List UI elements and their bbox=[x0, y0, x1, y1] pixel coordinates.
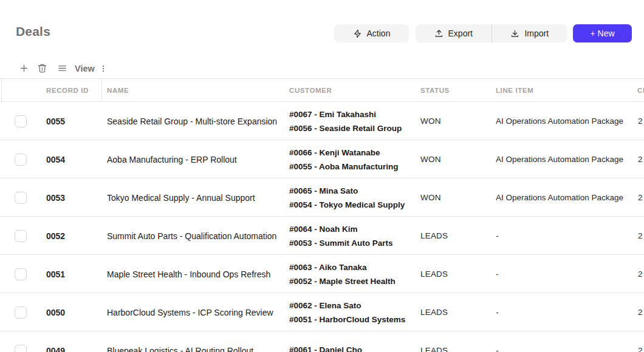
status-cell: WON bbox=[420, 102, 441, 140]
line-item-cell: - bbox=[496, 293, 499, 331]
customer-contact: #0061 - Daniel Cho bbox=[289, 344, 362, 352]
table-row[interactable]: 0051 Maple Street Health - Inbound Ops R… bbox=[0, 255, 644, 293]
column-header-status[interactable]: STATUS bbox=[420, 79, 450, 102]
status-cell: LEADS bbox=[420, 255, 448, 293]
close-cell: 2 bbox=[638, 140, 643, 178]
kebab-menu-icon[interactable] bbox=[99, 58, 108, 79]
name-cell: Summit Auto Parts - Qualification Automa… bbox=[107, 217, 276, 255]
customer-cell: #0066 - Kenji Watanabe #0055 - Aoba Manu… bbox=[289, 140, 399, 178]
line-item-cell: - bbox=[496, 255, 499, 293]
line-item-cell: - bbox=[496, 217, 499, 255]
row-checkbox-cell bbox=[15, 255, 27, 293]
row-checkbox-cell bbox=[15, 140, 27, 178]
row-checkbox[interactable] bbox=[15, 230, 27, 242]
customer-company: #0052 - Maple Street Health bbox=[289, 275, 396, 288]
status-cell: LEADS bbox=[420, 331, 448, 352]
record-id-cell: 0050 bbox=[46, 293, 65, 331]
table-row[interactable]: 0049 Bluepeak Logistics - AI Routing Rol… bbox=[0, 331, 644, 352]
new-button-label: + New bbox=[590, 29, 614, 38]
record-id-cell: 0055 bbox=[46, 102, 65, 140]
table-row[interactable]: 0053 Tokyo Medical Supply - Annual Suppo… bbox=[0, 178, 644, 217]
row-checkbox[interactable] bbox=[15, 154, 27, 166]
column-header-line-item[interactable]: LINE ITEM bbox=[496, 79, 533, 102]
line-item-cell: AI Operations Automation Package bbox=[496, 178, 623, 217]
action-button[interactable]: Action bbox=[334, 24, 409, 42]
table-row[interactable]: 0055 Seaside Retail Group - Multi-store … bbox=[0, 102, 644, 140]
name-cell: HarborCloud Systems - ICP Scoring Review bbox=[107, 293, 273, 331]
download-icon bbox=[510, 29, 519, 38]
close-cell: 2 bbox=[638, 255, 643, 293]
customer-cell: #0063 - Aiko Tanaka #0052 - Maple Street… bbox=[289, 255, 396, 293]
line-item-cell: AI Operations Automation Package bbox=[496, 140, 623, 178]
customer-contact: #0064 - Noah Kim bbox=[289, 223, 358, 235]
page-title: Deals bbox=[16, 24, 50, 39]
import-button-label: Import bbox=[524, 29, 549, 38]
close-cell: 2 bbox=[638, 217, 643, 255]
customer-cell: #0062 - Elena Sato #0051 - HarborCloud S… bbox=[289, 293, 405, 331]
customer-contact: #0063 - Aiko Tanaka bbox=[289, 261, 367, 274]
customer-contact: #0065 - Mina Sato bbox=[289, 184, 358, 197]
trash-icon[interactable] bbox=[37, 58, 47, 79]
deals-page: Deals Action Export Import + New bbox=[0, 0, 644, 352]
column-header-close[interactable]: CL bbox=[637, 79, 644, 102]
customer-contact: #0062 - Elena Sato bbox=[289, 299, 361, 312]
line-item-cell: AI Operations Automation Package bbox=[496, 102, 623, 140]
name-cell: Maple Street Health - Inbound Ops Refres… bbox=[107, 255, 270, 293]
customer-contact: #0067 - Emi Takahashi bbox=[289, 108, 376, 121]
row-checkbox[interactable] bbox=[15, 268, 27, 280]
table-toolbar: View bbox=[0, 58, 644, 79]
export-import-group: Export Import bbox=[416, 24, 567, 42]
row-checkbox-cell bbox=[15, 102, 27, 140]
column-header-name[interactable]: NAME bbox=[107, 79, 129, 102]
export-button[interactable]: Export bbox=[416, 24, 492, 42]
status-cell: WON bbox=[420, 140, 441, 178]
customer-cell: #0061 - Daniel Cho bbox=[289, 331, 362, 352]
new-button[interactable]: + New bbox=[573, 24, 632, 42]
close-cell: 2 bbox=[638, 293, 643, 331]
customer-company: #0056 - Seaside Retail Group bbox=[289, 122, 402, 135]
close-cell: 2 bbox=[638, 178, 643, 217]
customer-company: #0051 - HarborCloud Systems bbox=[289, 313, 405, 326]
row-checkbox-cell bbox=[15, 293, 27, 331]
close-cell: 2 bbox=[638, 102, 643, 140]
record-id-cell: 0051 bbox=[46, 255, 65, 293]
name-cell: Seaside Retail Group - Multi-store Expan… bbox=[107, 102, 277, 140]
table-row[interactable]: 0052 Summit Auto Parts - Qualification A… bbox=[0, 217, 644, 255]
column-header-customer[interactable]: CUSTOMER bbox=[289, 79, 332, 102]
upload-icon bbox=[434, 29, 444, 38]
column-header-record-id[interactable]: RECORD ID bbox=[46, 79, 89, 102]
zap-icon bbox=[353, 29, 362, 38]
menu-icon[interactable] bbox=[57, 58, 67, 79]
import-button[interactable]: Import bbox=[492, 24, 568, 42]
row-checkbox-cell bbox=[15, 331, 27, 352]
customer-contact: #0066 - Kenji Watanabe bbox=[289, 146, 380, 159]
customer-company: #0054 - Tokyo Medical Supply bbox=[289, 198, 405, 211]
row-checkbox-cell bbox=[15, 217, 27, 255]
action-button-label: Action bbox=[367, 29, 391, 38]
record-id-cell: 0049 bbox=[46, 331, 65, 352]
row-checkbox[interactable] bbox=[15, 306, 27, 319]
close-cell: 2 bbox=[638, 331, 643, 352]
customer-cell: #0065 - Mina Sato #0054 - Tokyo Medical … bbox=[289, 178, 405, 217]
customer-cell: #0067 - Emi Takahashi #0056 - Seaside Re… bbox=[289, 102, 402, 140]
customer-cell: #0064 - Noah Kim #0053 - Summit Auto Par… bbox=[289, 217, 393, 255]
add-view-icon[interactable] bbox=[19, 58, 29, 79]
tab-view[interactable]: View bbox=[75, 58, 95, 79]
record-id-cell: 0053 bbox=[46, 178, 65, 217]
table-row[interactable]: 0050 HarborCloud Systems - ICP Scoring R… bbox=[0, 293, 644, 331]
record-id-cell: 0052 bbox=[46, 217, 65, 255]
row-checkbox[interactable] bbox=[15, 345, 27, 352]
name-cell: Aoba Manufacturing - ERP Rollout bbox=[107, 140, 237, 178]
record-id-cell: 0054 bbox=[46, 140, 65, 178]
export-button-label: Export bbox=[448, 29, 473, 38]
row-checkbox[interactable] bbox=[15, 192, 27, 204]
table-row[interactable]: 0054 Aoba Manufacturing - ERP Rollout #0… bbox=[0, 140, 644, 178]
table-header-row: RECORD ID NAME CUSTOMER STATUS LINE ITEM… bbox=[0, 79, 644, 102]
status-cell: LEADS bbox=[420, 293, 448, 331]
line-item-cell: - bbox=[496, 331, 499, 352]
name-cell: Tokyo Medical Supply - Annual Support bbox=[107, 178, 255, 217]
customer-company: #0053 - Summit Auto Parts bbox=[289, 237, 393, 249]
status-cell: LEADS bbox=[420, 217, 448, 255]
customer-company: #0055 - Aoba Manufacturing bbox=[289, 160, 399, 173]
row-checkbox[interactable] bbox=[15, 115, 27, 127]
